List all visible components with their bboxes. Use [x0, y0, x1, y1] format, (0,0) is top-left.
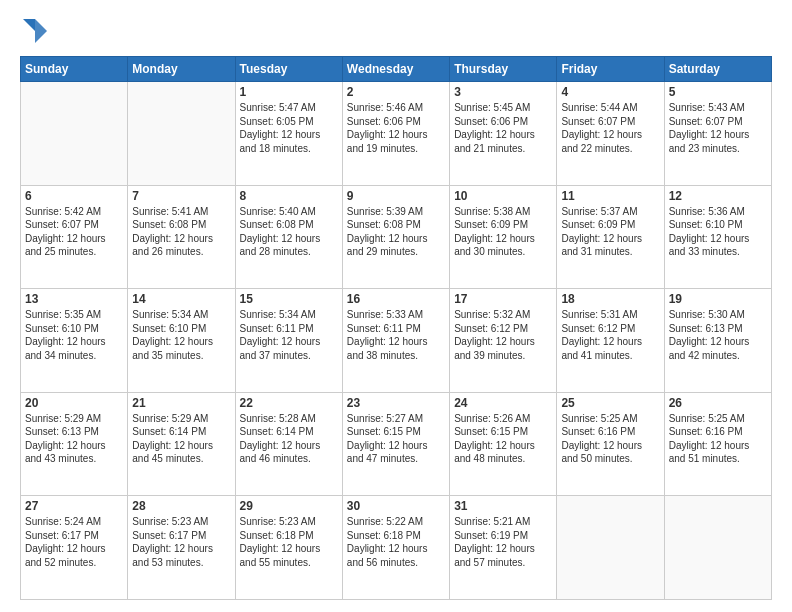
- week-row-1: 1Sunrise: 5:47 AM Sunset: 6:05 PM Daylig…: [21, 82, 772, 186]
- day-number: 2: [347, 85, 445, 99]
- day-info: Sunrise: 5:47 AM Sunset: 6:05 PM Dayligh…: [240, 101, 338, 155]
- day-info: Sunrise: 5:42 AM Sunset: 6:07 PM Dayligh…: [25, 205, 123, 259]
- day-cell: 7Sunrise: 5:41 AM Sunset: 6:08 PM Daylig…: [128, 185, 235, 289]
- day-number: 16: [347, 292, 445, 306]
- day-cell: 9Sunrise: 5:39 AM Sunset: 6:08 PM Daylig…: [342, 185, 449, 289]
- day-cell: 17Sunrise: 5:32 AM Sunset: 6:12 PM Dayli…: [450, 289, 557, 393]
- day-number: 3: [454, 85, 552, 99]
- day-cell: 22Sunrise: 5:28 AM Sunset: 6:14 PM Dayli…: [235, 392, 342, 496]
- day-info: Sunrise: 5:44 AM Sunset: 6:07 PM Dayligh…: [561, 101, 659, 155]
- day-cell: 5Sunrise: 5:43 AM Sunset: 6:07 PM Daylig…: [664, 82, 771, 186]
- week-row-4: 20Sunrise: 5:29 AM Sunset: 6:13 PM Dayli…: [21, 392, 772, 496]
- day-cell: 11Sunrise: 5:37 AM Sunset: 6:09 PM Dayli…: [557, 185, 664, 289]
- day-cell: 4Sunrise: 5:44 AM Sunset: 6:07 PM Daylig…: [557, 82, 664, 186]
- day-cell: 28Sunrise: 5:23 AM Sunset: 6:17 PM Dayli…: [128, 496, 235, 600]
- day-number: 5: [669, 85, 767, 99]
- day-cell: 24Sunrise: 5:26 AM Sunset: 6:15 PM Dayli…: [450, 392, 557, 496]
- day-cell: 13Sunrise: 5:35 AM Sunset: 6:10 PM Dayli…: [21, 289, 128, 393]
- day-info: Sunrise: 5:30 AM Sunset: 6:13 PM Dayligh…: [669, 308, 767, 362]
- svg-marker-0: [35, 19, 47, 43]
- day-info: Sunrise: 5:27 AM Sunset: 6:15 PM Dayligh…: [347, 412, 445, 466]
- day-number: 29: [240, 499, 338, 513]
- day-number: 7: [132, 189, 230, 203]
- day-cell: 26Sunrise: 5:25 AM Sunset: 6:16 PM Dayli…: [664, 392, 771, 496]
- day-info: Sunrise: 5:24 AM Sunset: 6:17 PM Dayligh…: [25, 515, 123, 569]
- day-cell: 16Sunrise: 5:33 AM Sunset: 6:11 PM Dayli…: [342, 289, 449, 393]
- day-cell: 21Sunrise: 5:29 AM Sunset: 6:14 PM Dayli…: [128, 392, 235, 496]
- weekday-header-thursday: Thursday: [450, 57, 557, 82]
- day-cell: 2Sunrise: 5:46 AM Sunset: 6:06 PM Daylig…: [342, 82, 449, 186]
- day-info: Sunrise: 5:34 AM Sunset: 6:11 PM Dayligh…: [240, 308, 338, 362]
- day-cell: 31Sunrise: 5:21 AM Sunset: 6:19 PM Dayli…: [450, 496, 557, 600]
- page: SundayMondayTuesdayWednesdayThursdayFrid…: [0, 0, 792, 612]
- day-number: 4: [561, 85, 659, 99]
- day-info: Sunrise: 5:46 AM Sunset: 6:06 PM Dayligh…: [347, 101, 445, 155]
- day-number: 18: [561, 292, 659, 306]
- day-info: Sunrise: 5:43 AM Sunset: 6:07 PM Dayligh…: [669, 101, 767, 155]
- day-info: Sunrise: 5:41 AM Sunset: 6:08 PM Dayligh…: [132, 205, 230, 259]
- day-info: Sunrise: 5:39 AM Sunset: 6:08 PM Dayligh…: [347, 205, 445, 259]
- day-info: Sunrise: 5:29 AM Sunset: 6:14 PM Dayligh…: [132, 412, 230, 466]
- weekday-header-monday: Monday: [128, 57, 235, 82]
- day-info: Sunrise: 5:38 AM Sunset: 6:09 PM Dayligh…: [454, 205, 552, 259]
- day-cell: 14Sunrise: 5:34 AM Sunset: 6:10 PM Dayli…: [128, 289, 235, 393]
- logo-icon: [20, 16, 50, 46]
- logo: [20, 16, 54, 46]
- day-cell: 25Sunrise: 5:25 AM Sunset: 6:16 PM Dayli…: [557, 392, 664, 496]
- day-info: Sunrise: 5:22 AM Sunset: 6:18 PM Dayligh…: [347, 515, 445, 569]
- day-number: 11: [561, 189, 659, 203]
- day-number: 27: [25, 499, 123, 513]
- day-number: 20: [25, 396, 123, 410]
- day-info: Sunrise: 5:25 AM Sunset: 6:16 PM Dayligh…: [561, 412, 659, 466]
- day-number: 6: [25, 189, 123, 203]
- weekday-header-sunday: Sunday: [21, 57, 128, 82]
- week-row-5: 27Sunrise: 5:24 AM Sunset: 6:17 PM Dayli…: [21, 496, 772, 600]
- day-info: Sunrise: 5:31 AM Sunset: 6:12 PM Dayligh…: [561, 308, 659, 362]
- day-info: Sunrise: 5:33 AM Sunset: 6:11 PM Dayligh…: [347, 308, 445, 362]
- day-number: 19: [669, 292, 767, 306]
- day-cell: [128, 82, 235, 186]
- day-cell: 6Sunrise: 5:42 AM Sunset: 6:07 PM Daylig…: [21, 185, 128, 289]
- day-number: 24: [454, 396, 552, 410]
- day-info: Sunrise: 5:36 AM Sunset: 6:10 PM Dayligh…: [669, 205, 767, 259]
- day-cell: 8Sunrise: 5:40 AM Sunset: 6:08 PM Daylig…: [235, 185, 342, 289]
- weekday-header-row: SundayMondayTuesdayWednesdayThursdayFrid…: [21, 57, 772, 82]
- day-cell: 10Sunrise: 5:38 AM Sunset: 6:09 PM Dayli…: [450, 185, 557, 289]
- day-info: Sunrise: 5:26 AM Sunset: 6:15 PM Dayligh…: [454, 412, 552, 466]
- day-cell: 3Sunrise: 5:45 AM Sunset: 6:06 PM Daylig…: [450, 82, 557, 186]
- day-number: 10: [454, 189, 552, 203]
- day-number: 1: [240, 85, 338, 99]
- day-number: 25: [561, 396, 659, 410]
- svg-marker-1: [23, 19, 35, 31]
- day-cell: 20Sunrise: 5:29 AM Sunset: 6:13 PM Dayli…: [21, 392, 128, 496]
- day-info: Sunrise: 5:29 AM Sunset: 6:13 PM Dayligh…: [25, 412, 123, 466]
- day-number: 14: [132, 292, 230, 306]
- day-number: 26: [669, 396, 767, 410]
- day-number: 15: [240, 292, 338, 306]
- day-info: Sunrise: 5:28 AM Sunset: 6:14 PM Dayligh…: [240, 412, 338, 466]
- day-cell: 1Sunrise: 5:47 AM Sunset: 6:05 PM Daylig…: [235, 82, 342, 186]
- day-number: 30: [347, 499, 445, 513]
- day-cell: 23Sunrise: 5:27 AM Sunset: 6:15 PM Dayli…: [342, 392, 449, 496]
- day-number: 22: [240, 396, 338, 410]
- day-info: Sunrise: 5:23 AM Sunset: 6:17 PM Dayligh…: [132, 515, 230, 569]
- day-number: 21: [132, 396, 230, 410]
- day-info: Sunrise: 5:23 AM Sunset: 6:18 PM Dayligh…: [240, 515, 338, 569]
- day-number: 17: [454, 292, 552, 306]
- day-info: Sunrise: 5:21 AM Sunset: 6:19 PM Dayligh…: [454, 515, 552, 569]
- day-cell: [664, 496, 771, 600]
- day-cell: 12Sunrise: 5:36 AM Sunset: 6:10 PM Dayli…: [664, 185, 771, 289]
- day-cell: 27Sunrise: 5:24 AM Sunset: 6:17 PM Dayli…: [21, 496, 128, 600]
- day-number: 9: [347, 189, 445, 203]
- week-row-2: 6Sunrise: 5:42 AM Sunset: 6:07 PM Daylig…: [21, 185, 772, 289]
- day-info: Sunrise: 5:45 AM Sunset: 6:06 PM Dayligh…: [454, 101, 552, 155]
- day-number: 28: [132, 499, 230, 513]
- week-row-3: 13Sunrise: 5:35 AM Sunset: 6:10 PM Dayli…: [21, 289, 772, 393]
- day-info: Sunrise: 5:37 AM Sunset: 6:09 PM Dayligh…: [561, 205, 659, 259]
- weekday-header-tuesday: Tuesday: [235, 57, 342, 82]
- weekday-header-saturday: Saturday: [664, 57, 771, 82]
- day-number: 8: [240, 189, 338, 203]
- day-info: Sunrise: 5:25 AM Sunset: 6:16 PM Dayligh…: [669, 412, 767, 466]
- day-cell: 29Sunrise: 5:23 AM Sunset: 6:18 PM Dayli…: [235, 496, 342, 600]
- day-number: 12: [669, 189, 767, 203]
